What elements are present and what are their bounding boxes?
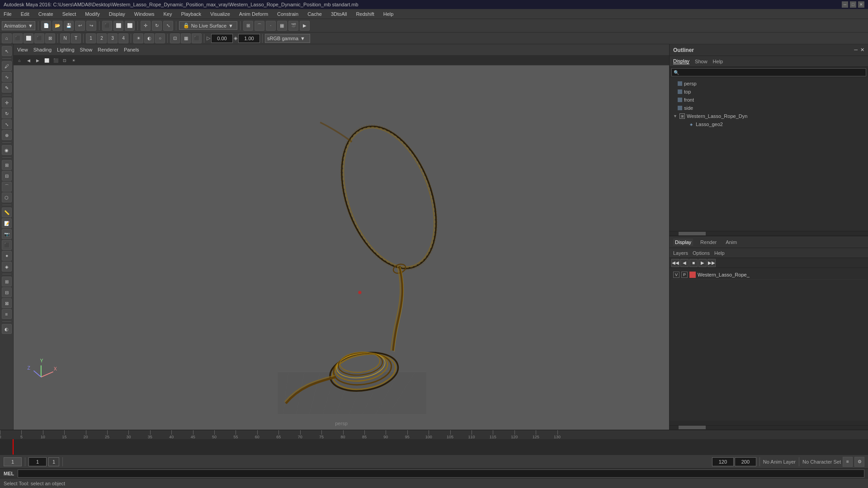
outliner-tab-show[interactable]: Show — [695, 59, 708, 64]
right-panel-scrollbar-thumb[interactable] — [679, 426, 706, 429]
menu-create[interactable]: Create — [37, 10, 55, 18]
annotation-tool[interactable]: 📝 — [2, 218, 12, 228]
render-tab[interactable]: Render — [698, 239, 718, 246]
current-frame-display[interactable]: 1 — [4, 457, 22, 466]
layer-editor-toggle[interactable]: ≡ — [2, 309, 12, 319]
select-by-hierarchy[interactable]: ⬛ — [102, 21, 112, 31]
menu-edit[interactable]: Edit — [19, 10, 31, 18]
select-tool[interactable]: ↖ — [2, 46, 12, 56]
measure-tool[interactable]: 📏 — [2, 207, 12, 217]
menu-visualize[interactable]: Visualize — [208, 10, 232, 18]
universal-manip[interactable]: ⊕ — [2, 130, 12, 140]
expand-lasso-group[interactable]: ▼ — [673, 114, 679, 118]
shading-4[interactable]: 4 — [118, 33, 128, 43]
toggle-shadow[interactable]: ◐ — [144, 33, 154, 43]
settings-btn[interactable]: ⚙ — [854, 457, 864, 467]
camera-tool[interactable]: 📷 — [2, 229, 12, 239]
hypershade-toggle[interactable]: ◐ — [2, 324, 12, 334]
paint-select[interactable]: 🖊 — [2, 61, 12, 71]
outliner-close[interactable]: ✕ — [860, 47, 864, 53]
frame-display[interactable]: ⊡ — [170, 33, 180, 43]
options-tab[interactable]: Options — [693, 250, 710, 256]
toggle-lights[interactable]: ☀ — [133, 33, 143, 43]
fx-cache[interactable]: ◈ — [2, 262, 12, 272]
outliner-item-lasso-group[interactable]: ▼ ⊞ Western_Lasso_Rope_Dyn — [670, 112, 868, 120]
select-by-obj[interactable]: ⬜ — [113, 21, 123, 31]
undo-button[interactable]: ↩ — [75, 21, 85, 31]
move-tool[interactable]: ✛ — [141, 21, 151, 31]
menu-cache[interactable]: Cache — [306, 10, 324, 18]
timeline-playhead[interactable] — [13, 439, 14, 455]
redo-button[interactable]: ↪ — [86, 21, 96, 31]
curve-tool[interactable]: ⌒ — [2, 182, 12, 192]
frame-scale-input[interactable]: 1.00 — [238, 34, 260, 43]
tool-settings-toggle[interactable]: ⊟ — [2, 287, 12, 297]
outliner-minimize[interactable]: ─ — [854, 47, 858, 53]
outliner-search[interactable]: 🔍 — [671, 68, 866, 76]
menu-playback[interactable]: Playback — [179, 10, 203, 18]
outliner-item-side[interactable]: side — [670, 104, 868, 112]
layers-tab[interactable]: Layers — [673, 250, 688, 256]
new-scene-button[interactable]: 📄 — [41, 21, 51, 31]
camera-home[interactable]: ⌂ — [2, 33, 12, 43]
show-manipulator[interactable]: ⊞ — [2, 160, 12, 170]
menu-key[interactable]: Key — [161, 10, 174, 18]
rotate-tool[interactable]: ↻ — [152, 21, 162, 31]
menu-windows[interactable]: Windows — [132, 10, 156, 18]
frame-start-input[interactable]: 1 — [28, 457, 47, 466]
wireframe[interactable]: ⬜ — [24, 33, 33, 43]
layer-color-swatch[interactable] — [689, 272, 696, 278]
play-fwd-btn[interactable]: ▶▶ — [708, 259, 716, 267]
render-tool[interactable]: ⬛ — [2, 240, 12, 250]
maximize-button[interactable]: □ — [850, 1, 856, 8]
select-by-comp[interactable]: ⬜ — [125, 21, 135, 31]
outliner-scrollbar-thumb[interactable] — [679, 232, 706, 235]
resolution-gate[interactable]: ⬛ — [192, 33, 202, 43]
anim-end-input[interactable]: 200 — [735, 457, 756, 466]
help-tab-bottom[interactable]: Help — [714, 250, 725, 256]
step-fwd-btn[interactable]: ▶ — [698, 259, 707, 267]
layer-playback-p[interactable]: P — [681, 272, 688, 278]
timeline-ruler[interactable]: 0510152025303540455055606570758085909510… — [0, 430, 868, 439]
menu-redshift[interactable]: Redshift — [354, 10, 376, 18]
move-tool-left[interactable]: ✛ — [2, 98, 12, 108]
outliner-scrollbar-h[interactable] — [670, 231, 868, 235]
display-normals[interactable]: N — [60, 33, 70, 43]
outliner-window-controls[interactable]: ─ ✕ — [854, 47, 864, 53]
snap-point[interactable]: · — [266, 21, 276, 31]
scale-tool-left[interactable]: ⤡ — [2, 119, 12, 129]
menu-select[interactable]: Select — [61, 10, 78, 18]
title-bar-controls[interactable]: ─ □ ✕ — [842, 1, 864, 8]
outliner-tab-display[interactable]: Display — [673, 58, 689, 64]
display-settings[interactable]: ⊟ — [2, 171, 12, 181]
timeline-track[interactable] — [0, 439, 868, 455]
rbot-scrollbar[interactable] — [670, 421, 868, 425]
snap-view-plane[interactable]: ▦ — [277, 21, 287, 31]
anim-tab[interactable]: Anim — [724, 239, 739, 246]
outliner-item-top[interactable]: top — [670, 88, 868, 96]
menu-help[interactable]: Help — [382, 10, 396, 18]
snap-grid[interactable]: ⊞ — [243, 21, 253, 31]
surface-tool[interactable]: ⬡ — [2, 192, 12, 202]
display-tab[interactable]: Display — [673, 239, 693, 246]
save-button[interactable]: 💾 — [64, 21, 74, 31]
region-render[interactable]: ▦ — [181, 33, 191, 43]
channel-box-toggle[interactable]: ⊠ — [2, 298, 12, 308]
gamma-dropdown[interactable]: sRGB gamma▼ — [265, 34, 310, 43]
stop-btn[interactable]: ■ — [689, 259, 698, 267]
viewport[interactable]: View Shading Lighting Show Renderer Pane… — [14, 44, 669, 430]
mel-input[interactable] — [18, 469, 864, 478]
scale-tool[interactable]: ⤡ — [163, 21, 173, 31]
lasso-select[interactable]: ∿ — [2, 72, 12, 82]
shading-3[interactable]: 3 — [108, 33, 118, 43]
menu-display[interactable]: Display — [107, 10, 127, 18]
snap-curve[interactable]: ⌒ — [255, 21, 264, 31]
close-button[interactable]: ✕ — [858, 1, 864, 8]
step-back-btn[interactable]: ◀ — [680, 259, 689, 267]
fx-tool[interactable]: ✦ — [2, 251, 12, 261]
frame-offset-input[interactable]: 0.00 — [211, 34, 233, 43]
rotate-tool-left[interactable]: ↻ — [2, 108, 12, 118]
character-set-btn[interactable]: ≡ — [843, 457, 853, 467]
open-button[interactable]: 📂 — [52, 21, 62, 31]
outliner-item-persp[interactable]: persp — [670, 80, 868, 88]
